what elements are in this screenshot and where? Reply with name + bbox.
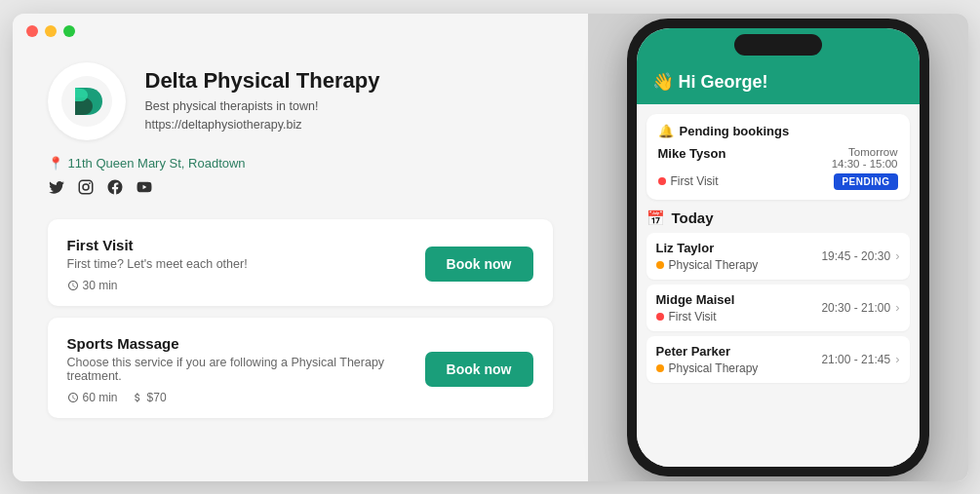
service-meta: 60 min $70 [67, 391, 425, 404]
book-now-sports-massage[interactable]: Book now [425, 352, 533, 387]
service-title: Sports Massage [67, 335, 425, 352]
phone-greeting: 👋 Hi George! [652, 71, 904, 93]
bell-icon: 🔔 [658, 124, 674, 138]
service-card-first-visit: First Visit First time? Let's meet each … [48, 219, 553, 306]
facebook-icon[interactable] [106, 178, 124, 200]
business-name: Delta Physical Therapy [145, 68, 380, 94]
chevron-right-icon: › [895, 352, 899, 366]
booking-service-label: First Visit [658, 174, 719, 188]
service-description: Choose this service if you are following… [67, 356, 425, 383]
dynamic-island [734, 34, 822, 56]
profile-info: Delta Physical Therapy Best physical the… [145, 68, 380, 134]
duration-meta: 30 min [67, 279, 118, 292]
phone-mockup: 👋 Hi George! 🔔 Pending bookings Mike Tys… [627, 19, 929, 476]
today-title: 📅 Today [647, 209, 910, 227]
calendar-icon: 📅 [647, 209, 665, 227]
service-card-sports-massage: Sports Massage Choose this service if yo… [48, 318, 553, 418]
location-link[interactable]: 11th Queen Mary St, Roadtown [68, 156, 246, 171]
appt-service: Physical Therapy [656, 258, 759, 272]
appt-time: 19:45 - 20:30 [821, 249, 890, 263]
left-panel: Delta Physical Therapy Best physical the… [13, 14, 588, 481]
appt-left: Midge Maisel First Visit [656, 292, 735, 323]
service-title: First Visit [67, 237, 248, 253]
appt-service: Physical Therapy [656, 361, 759, 375]
appt-left: Peter Parker Physical Therapy [656, 344, 759, 375]
appt-time: 21:00 - 21:45 [821, 353, 890, 366]
social-icons [48, 178, 553, 200]
pending-bookings-card: 🔔 Pending bookings Mike Tyson Tomorrow 1… [647, 114, 910, 200]
appt-name: Peter Parker [656, 344, 759, 359]
pending-bookings-title: 🔔 Pending bookings [658, 124, 898, 138]
appointment-row-peter[interactable]: Peter Parker Physical Therapy 21:00 - 21… [647, 336, 910, 383]
maximize-button[interactable] [63, 25, 75, 37]
appt-left: Liz Taylor Physical Therapy [656, 241, 759, 272]
pending-booking-row: Mike Tyson Tomorrow 14:30 - 15:00 [658, 146, 898, 170]
phone-header: 👋 Hi George! [637, 65, 920, 104]
phone-screen: 👋 Hi George! 🔔 Pending bookings Mike Tys… [637, 28, 920, 467]
pending-badge: PENDING [834, 173, 897, 190]
appointment-row-midge[interactable]: Midge Maisel First Visit 20:30 - 21:00 › [647, 285, 910, 331]
appt-right: 19:45 - 20:30 › [821, 248, 899, 263]
appt-name: Midge Maisel [656, 292, 735, 307]
duration-meta: 60 min [67, 391, 118, 404]
instagram-icon[interactable] [77, 178, 95, 200]
booking-time: Tomorrow 14:30 - 15:00 [832, 146, 898, 170]
appt-name: Liz Taylor [656, 241, 759, 255]
location-row: 📍 11th Queen Mary St, Roadtown [48, 156, 553, 171]
service-info-first-visit: First Visit First time? Let's meet each … [67, 237, 248, 292]
booking-name: Mike Tyson [658, 146, 726, 161]
service-dot-red [656, 313, 664, 321]
minimize-button[interactable] [45, 25, 57, 37]
services-list: First Visit First time? Let's meet each … [48, 219, 553, 418]
booking-service-row: First Visit PENDING [658, 173, 898, 190]
phone-content: 🔔 Pending bookings Mike Tyson Tomorrow 1… [637, 104, 920, 467]
app-window: Delta Physical Therapy Best physical the… [13, 14, 968, 481]
business-description: Best physical therapists in town! https:… [145, 97, 380, 134]
avatar [48, 62, 126, 140]
service-info-sports-massage: Sports Massage Choose this service if yo… [67, 335, 425, 404]
appt-service: First Visit [656, 310, 735, 323]
profile-header: Delta Physical Therapy Best physical the… [48, 62, 553, 140]
service-dot-red [658, 177, 666, 185]
appt-time: 20:30 - 21:00 [821, 301, 890, 315]
appointment-row-liz[interactable]: Liz Taylor Physical Therapy 19:45 - 20:3… [647, 233, 910, 280]
appt-right: 20:30 - 21:00 › [821, 300, 899, 315]
price-meta: $70 [132, 391, 167, 404]
book-now-first-visit[interactable]: Book now [425, 247, 533, 282]
titlebar [26, 25, 75, 37]
right-panel: 👋 Hi George! 🔔 Pending bookings Mike Tys… [588, 14, 968, 481]
service-meta: 30 min [67, 279, 248, 292]
service-dot-orange [656, 261, 664, 269]
service-dot-orange [656, 364, 664, 372]
appt-right: 21:00 - 21:45 › [821, 352, 899, 366]
today-section: 📅 Today Liz Taylor Physical Therapy [637, 200, 920, 467]
close-button[interactable] [26, 25, 38, 37]
youtube-icon[interactable] [136, 178, 153, 200]
phone-notch-bar [637, 28, 920, 65]
chevron-right-icon: › [895, 248, 899, 263]
twitter-icon[interactable] [48, 178, 65, 200]
location-icon: 📍 [48, 156, 63, 171]
service-description: First time? Let's meet each other! [67, 257, 248, 271]
chevron-right-icon: › [895, 300, 899, 315]
